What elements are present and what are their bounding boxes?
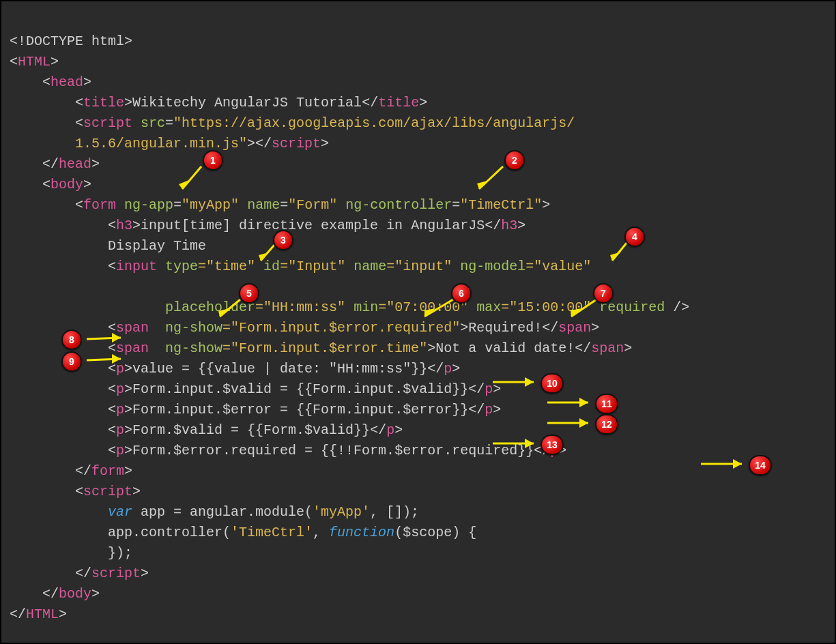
code-text: </	[575, 340, 591, 356]
code-text: <	[10, 177, 51, 192]
code-tag: p	[116, 422, 124, 438]
code-tag: p	[444, 361, 452, 377]
code-text	[157, 259, 165, 274]
code-text: >	[427, 340, 435, 356]
annotation-badge-7: 7	[593, 283, 614, 304]
annotation-badge-8: 8	[61, 330, 82, 350]
code-attr: name	[247, 197, 280, 213]
code-text: >	[493, 402, 501, 418]
code-text: </	[255, 136, 272, 151]
code-text: Not a valid date!	[435, 340, 575, 356]
code-attr: placeholder	[165, 299, 255, 315]
code-text: >	[83, 74, 91, 90]
code-tag: span	[116, 340, 149, 356]
code-text: >	[452, 361, 460, 377]
code-text: >	[91, 586, 100, 602]
code-tag: form	[83, 197, 116, 213]
code-text: >	[321, 136, 329, 151]
code-text: Form.$valid = {{Form.$valid}}	[132, 422, 370, 438]
code-tag: p	[116, 402, 124, 418]
code-string: "TimeCtrl"	[460, 197, 542, 213]
code-text: value = {{value | date: "HH:mm:ss"}}	[132, 361, 427, 377]
code-text	[149, 340, 165, 356]
code-tag: HTML	[26, 606, 59, 622]
code-tag: head	[51, 74, 83, 90]
code-text	[337, 197, 345, 213]
code-tag: script	[272, 136, 321, 151]
code-tag: script	[91, 566, 141, 581]
code-text: <	[10, 484, 83, 499]
code-text	[255, 259, 263, 274]
code-keyword: var	[108, 504, 132, 520]
code-text: >	[394, 422, 403, 438]
code-tag: p	[485, 402, 493, 418]
code-text	[10, 279, 165, 295]
code-text: >	[419, 95, 427, 111]
code-tag: input	[116, 259, 157, 274]
code-text: <!DOCTYPE html>	[10, 33, 132, 49]
code-string: 'TimeCtrl'	[231, 525, 313, 540]
code-string: ="Input"	[280, 259, 345, 274]
code-tag: span	[558, 320, 591, 336]
annotation-badge-4: 4	[624, 226, 645, 247]
code-attr: min	[354, 299, 378, 315]
code-text: >	[493, 381, 501, 397]
code-text: >	[124, 361, 132, 377]
code-text: <	[10, 218, 116, 233]
code-text: >	[51, 54, 59, 70]
code-string: "https://ajax.googleapis.com/ajax/libs/a…	[173, 115, 575, 131]
code-text: =	[280, 197, 288, 213]
code-text: <	[10, 443, 116, 458]
code-attr: max	[476, 299, 501, 315]
code-text: </	[468, 402, 485, 418]
code-text: app = angular.module(	[132, 504, 313, 520]
code-text: </	[468, 381, 485, 397]
code-text: Form.input.$valid = {{Form.input.$valid}…	[132, 381, 468, 397]
code-text: <	[10, 74, 51, 90]
code-attr: ng-model	[460, 259, 525, 274]
code-string: ="Form.input.$error.time"	[222, 340, 427, 356]
code-text: });	[10, 545, 132, 561]
code-tag: script	[83, 484, 132, 499]
code-text: >	[591, 320, 599, 336]
annotation-badge-6: 6	[451, 283, 472, 304]
code-text	[10, 504, 108, 520]
code-text	[10, 525, 108, 540]
code-text: </	[10, 156, 59, 172]
code-text: input[time] directive example in Angular…	[141, 218, 485, 233]
code-text	[10, 299, 165, 315]
code-text: >	[59, 606, 67, 622]
code-text: >	[124, 443, 132, 458]
code-text: </	[542, 320, 558, 336]
code-text: </	[427, 361, 444, 377]
annotation-badge-3: 3	[273, 230, 293, 250]
code-text: >	[247, 136, 255, 151]
code-text	[239, 197, 247, 213]
code-tag: head	[59, 156, 91, 172]
code-text: </	[362, 95, 378, 111]
code-text: <	[10, 54, 18, 70]
code-text: Form.$error.required = {{!!Form.$error.r…	[132, 443, 534, 458]
code-text	[132, 115, 141, 131]
code-tag: form	[91, 463, 124, 479]
code-text: <	[10, 402, 116, 418]
code-text: </	[10, 463, 91, 479]
code-string: "myApp"	[182, 197, 239, 213]
code-string: ="HH:mm:ss"	[255, 299, 345, 315]
annotation-badge-2: 2	[504, 150, 525, 171]
code-tag: span	[591, 340, 624, 356]
code-attr: src	[141, 115, 165, 131]
code-text: >	[83, 177, 91, 192]
code-text: >	[460, 320, 468, 336]
code-tag: body	[51, 177, 83, 192]
code-text	[345, 259, 354, 274]
code-text: </	[10, 566, 91, 581]
code-string: ="15:00:00"	[501, 299, 591, 315]
code-text: <	[10, 95, 83, 111]
code-text: ($scope) {	[394, 525, 476, 540]
code-text	[345, 299, 354, 315]
code-text: >	[517, 218, 525, 233]
code-text: >	[124, 95, 132, 111]
code-attr: ng-app	[124, 197, 173, 213]
code-string: ="value"	[525, 259, 591, 274]
